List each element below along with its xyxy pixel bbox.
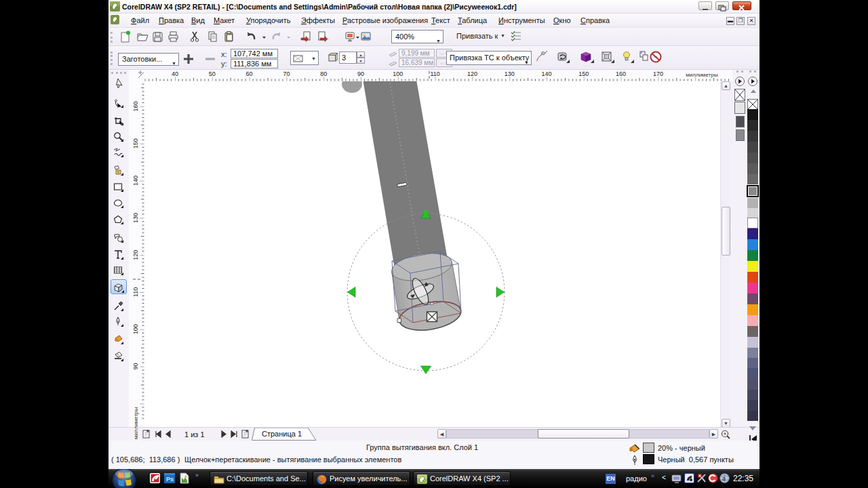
svg-text:80: 80 — [320, 70, 327, 77]
svg-text:170: 170 — [653, 70, 663, 77]
svg-text:50: 50 — [209, 70, 216, 77]
svg-text:150: 150 — [578, 70, 589, 77]
svg-text:миллиметры: миллиметры — [133, 407, 139, 439]
svg-text:130: 130 — [132, 213, 139, 223]
svg-text:130: 130 — [505, 70, 515, 77]
svg-text:60: 60 — [246, 70, 253, 77]
svg-text:160: 160 — [132, 101, 139, 111]
svg-text:миллиметры: миллиметры — [686, 72, 718, 78]
svg-text:100: 100 — [132, 324, 139, 334]
svg-text:110: 110 — [430, 70, 439, 77]
svg-text:140: 140 — [132, 176, 139, 186]
svg-text:160: 160 — [616, 70, 626, 77]
svg-text:a: a — [722, 475, 726, 482]
svg-text:100: 100 — [393, 70, 403, 77]
svg-text:120: 120 — [467, 70, 477, 77]
svg-text:140: 140 — [541, 70, 551, 77]
svg-text:150: 150 — [132, 138, 139, 148]
svg-text:110: 110 — [132, 287, 139, 297]
svg-text:70: 70 — [283, 70, 290, 77]
svg-text:90: 90 — [357, 70, 364, 77]
svg-text:120: 120 — [132, 250, 139, 260]
svg-text:Ps: Ps — [166, 476, 174, 483]
svg-text:40: 40 — [172, 70, 178, 77]
svg-text:90: 90 — [132, 363, 139, 370]
